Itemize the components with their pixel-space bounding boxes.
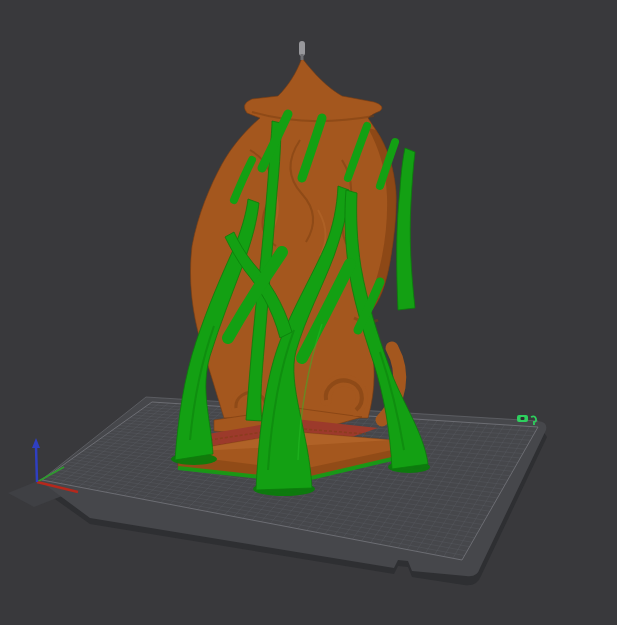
sliced-model[interactable] bbox=[171, 41, 430, 496]
axis-z-arrowhead bbox=[32, 438, 40, 448]
slicer-viewport-background: { "scene": { "type": "3d-print-preview",… bbox=[0, 0, 617, 625]
support-branch-back-right[interactable] bbox=[397, 148, 415, 310]
3d-viewport[interactable] bbox=[0, 0, 617, 625]
top-pin-body bbox=[299, 41, 305, 56]
top-pin bbox=[299, 41, 305, 60]
plate-lock-keyhole bbox=[521, 417, 525, 420]
top-pin-stem bbox=[301, 54, 304, 60]
axis-z-arrow-icon bbox=[36, 446, 37, 482]
